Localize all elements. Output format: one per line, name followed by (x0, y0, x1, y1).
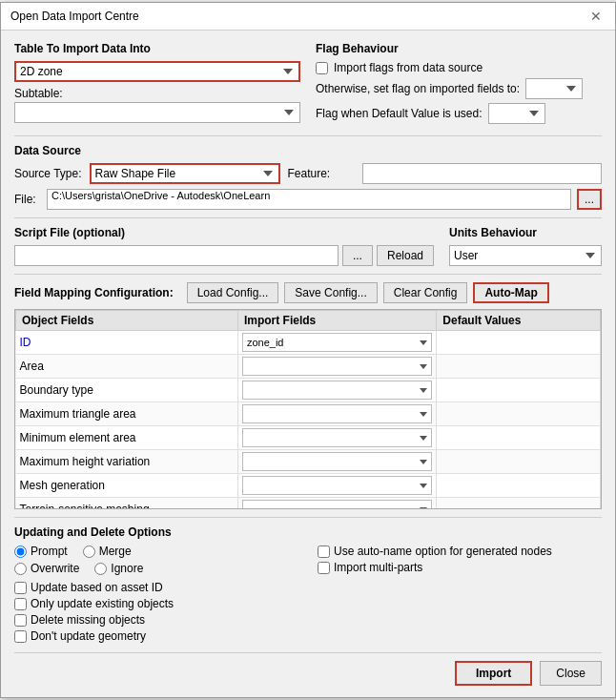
field-mapping-table: Object Fields Import Fields Default Valu… (14, 309, 602, 509)
import-cell[interactable]: zone_id (237, 331, 436, 355)
update-asset-checkbox[interactable] (14, 582, 27, 594)
default-cell (437, 474, 601, 498)
default-cell (437, 498, 601, 510)
source-type-select[interactable]: Raw Shape File (90, 163, 280, 184)
data-source-label: Data Source (14, 144, 602, 157)
clear-config-button[interactable]: Clear Config (383, 282, 468, 303)
default-cell (437, 426, 601, 450)
otherwise-select[interactable] (525, 78, 583, 99)
import-field-select[interactable] (242, 404, 432, 423)
table-row: Boundary type (16, 379, 601, 402)
import-field-select[interactable] (242, 357, 432, 376)
units-label: Units Behaviour (449, 226, 602, 239)
import-cell[interactable] (237, 355, 436, 379)
otherwise-label: Otherwise, set flag on imported fields t… (316, 82, 520, 95)
col-object-fields: Object Fields (16, 311, 238, 331)
default-cell (437, 450, 601, 474)
default-flag-label: Flag when Default Value is used: (316, 107, 483, 120)
table-row: Maximum height variation (16, 450, 601, 474)
import-cell[interactable] (237, 402, 436, 426)
field-mapping-label: Field Mapping Configuration: (14, 286, 174, 299)
file-path-display: C:\Users\grista\OneDrive - Autodesk\OneL… (47, 189, 571, 210)
save-config-button[interactable]: Save Config... (284, 282, 377, 303)
script-label: Script File (optional) (14, 226, 434, 239)
auto-name-label: Use auto-name option for generated nodes (334, 545, 552, 558)
auto-name-checkbox[interactable] (318, 546, 330, 558)
import-field-select[interactable] (242, 428, 432, 447)
ignore-label: Ignore (111, 562, 143, 575)
import-field-select[interactable]: zone_id (242, 333, 432, 352)
script-reload-button[interactable]: Reload (377, 245, 434, 266)
col-default-values: Default Values (437, 311, 601, 331)
import-flags-label: Import flags from data source (334, 61, 483, 74)
only-update-checkbox[interactable] (14, 598, 27, 610)
source-type-label: Source Type: (14, 167, 82, 180)
default-cell (437, 402, 601, 426)
update-asset-label: Update based on asset ID (31, 581, 163, 594)
import-field-select[interactable] (242, 381, 432, 400)
import-cell[interactable] (237, 450, 436, 474)
import-cell[interactable] (237, 498, 436, 510)
table-row: IDzone_id (16, 331, 601, 355)
table-import-select[interactable]: 2D zone (14, 61, 300, 82)
overwrite-label: Overwrite (31, 562, 79, 575)
load-config-button[interactable]: Load Config... (187, 282, 279, 303)
field-cell: ID (16, 331, 238, 355)
subtable-select[interactable] (14, 102, 300, 123)
field-cell: Boundary type (16, 379, 238, 402)
auto-map-button[interactable]: Auto-Map (473, 282, 548, 303)
table-row: Maximum triangle area (16, 402, 601, 426)
table-row: Minimum element area (16, 426, 601, 450)
col-import-fields: Import Fields (237, 311, 436, 331)
feature-input[interactable] (362, 163, 603, 184)
import-multi-label: Import multi-parts (334, 561, 422, 574)
table-row: Area (16, 355, 601, 379)
file-label: File: (14, 193, 41, 206)
default-cell (437, 379, 601, 402)
flag-behaviour-label: Flag Behaviour (316, 42, 602, 55)
import-flags-checkbox[interactable] (316, 62, 328, 74)
close-window-button[interactable]: ✕ (586, 9, 606, 24)
overwrite-radio[interactable] (14, 563, 27, 575)
table-import-label: Table To Import Data Into (14, 42, 300, 55)
dont-update-geometry-label: Don't update geometry (31, 629, 146, 643)
feature-label: Feature: (288, 167, 355, 180)
dont-update-geometry-checkbox[interactable] (14, 630, 27, 643)
window-title: Open Data Import Centre (10, 10, 139, 23)
import-cell[interactable] (237, 474, 436, 498)
import-field-select[interactable] (242, 452, 432, 471)
script-file-input[interactable] (14, 245, 339, 266)
prompt-label: Prompt (31, 545, 68, 558)
default-cell (437, 331, 601, 355)
default-flag-select[interactable] (488, 103, 545, 124)
field-cell: Maximum triangle area (16, 402, 238, 426)
import-field-select[interactable] (242, 500, 432, 509)
default-cell (437, 355, 601, 379)
field-cell: Maximum height variation (16, 450, 238, 474)
import-cell[interactable] (237, 379, 436, 402)
field-cell: Mesh generation (16, 474, 238, 498)
field-cell: Minimum element area (16, 426, 238, 450)
table-row: Terrain-sensitive meshing (16, 498, 601, 510)
script-browse-button[interactable]: ... (342, 245, 373, 266)
field-cell: Terrain-sensitive meshing (16, 498, 238, 510)
updating-label: Updating and Delete Options (14, 525, 602, 539)
title-bar: Open Data Import Centre ✕ (1, 3, 615, 31)
file-browse-button[interactable]: ... (577, 189, 602, 210)
import-field-select[interactable] (242, 476, 432, 495)
import-cell[interactable] (237, 426, 436, 450)
only-update-label: Only update existing objects (31, 597, 174, 610)
merge-radio[interactable] (83, 546, 95, 558)
delete-missing-checkbox[interactable] (14, 614, 27, 627)
close-button[interactable]: Close (540, 661, 602, 686)
prompt-radio[interactable] (14, 546, 27, 558)
import-button[interactable]: Import (455, 661, 532, 686)
main-window: Open Data Import Centre ✕ Table To Impor… (0, 2, 616, 698)
ignore-radio[interactable] (94, 563, 107, 575)
table-row: Mesh generation (16, 474, 601, 498)
field-cell: Area (16, 355, 238, 379)
units-select[interactable]: User (449, 245, 602, 266)
import-multi-checkbox[interactable] (318, 562, 330, 574)
subtable-label: Subtable: (14, 87, 63, 100)
merge-label: Merge (99, 545, 132, 558)
